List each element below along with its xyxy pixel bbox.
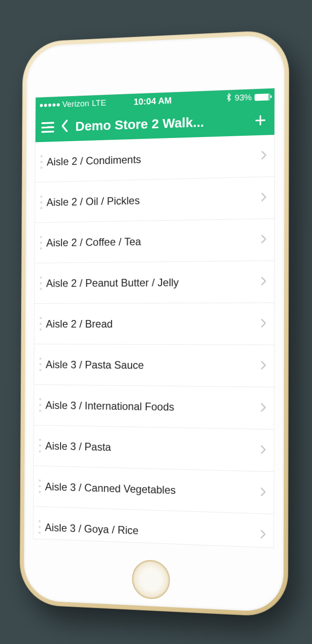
screen: Verizon LTE 10:04 AM 93% xyxy=(33,88,274,547)
phone-frame: Verizon LTE 10:04 AM 93% xyxy=(19,29,289,617)
carrier-label: Verizon xyxy=(62,98,89,109)
drag-handle-icon[interactable] xyxy=(38,195,46,209)
list-item[interactable]: Aisle 3 / Pasta xyxy=(34,425,274,472)
battery-icon xyxy=(254,93,269,100)
chevron-right-icon xyxy=(259,529,266,541)
list-item[interactable]: Aisle 3 / International Foods xyxy=(34,385,273,430)
list-item-label: Aisle 2 / Condiments xyxy=(47,149,261,168)
phone-bezel: Verizon LTE 10:04 AM 93% xyxy=(23,34,284,612)
drag-handle-icon[interactable] xyxy=(37,357,45,371)
aisle-list[interactable]: Aisle 2 / Condiments Aisle 2 / Oil / Pic… xyxy=(33,134,274,547)
drag-handle-icon[interactable] xyxy=(38,235,46,249)
drag-handle-icon[interactable] xyxy=(38,276,46,290)
signal-strength-icon xyxy=(40,103,59,107)
drag-handle-icon[interactable] xyxy=(37,479,45,493)
menu-button[interactable] xyxy=(41,122,54,133)
back-button[interactable] xyxy=(61,119,68,134)
drag-handle-icon[interactable] xyxy=(38,317,46,330)
list-item-label: Aisle 3 / Canned Vegetables xyxy=(45,480,260,499)
bluetooth-icon xyxy=(225,92,232,104)
list-item-label: Aisle 3 / Goya / Rice xyxy=(44,521,259,541)
list-item-label: Aisle 2 / Peanut Butter / Jelly xyxy=(46,275,260,289)
list-item-label: Aisle 3 / Pasta xyxy=(45,439,260,456)
list-item[interactable]: Aisle 3 / Pasta Sauce xyxy=(34,344,274,387)
drag-handle-icon[interactable] xyxy=(37,398,45,412)
chevron-right-icon xyxy=(260,486,266,498)
chevron-right-icon xyxy=(260,318,266,329)
network-label: LTE xyxy=(92,98,106,108)
list-item-label: Aisle 3 / International Foods xyxy=(45,399,260,414)
battery-percent: 93% xyxy=(234,92,251,103)
list-item[interactable]: Aisle 2 / Bread xyxy=(34,303,274,345)
drag-handle-icon[interactable] xyxy=(39,155,47,169)
chevron-right-icon xyxy=(260,444,266,456)
add-button[interactable]: + xyxy=(253,110,268,130)
chevron-right-icon xyxy=(260,275,267,288)
list-item[interactable]: Aisle 2 / Coffee / Tea xyxy=(35,218,274,263)
chevron-right-icon xyxy=(260,360,266,372)
list-item[interactable]: Aisle 2 / Peanut Butter / Jelly xyxy=(35,261,274,303)
drag-handle-icon[interactable] xyxy=(36,520,44,534)
list-item-label: Aisle 2 / Bread xyxy=(46,317,260,330)
list-item-label: Aisle 3 / Pasta Sauce xyxy=(45,358,260,372)
list-item-label: Aisle 2 / Oil / Pickles xyxy=(46,191,260,209)
page-title: Demo Store 2 Walk... xyxy=(75,113,245,134)
list-item[interactable]: Aisle 3 / Canned Vegetables xyxy=(33,466,273,514)
list-item[interactable]: Aisle 2 / Condiments xyxy=(35,134,274,182)
chevron-right-icon xyxy=(260,150,267,162)
drag-handle-icon[interactable] xyxy=(37,439,45,453)
chevron-right-icon xyxy=(260,234,267,246)
list-item[interactable]: Aisle 2 / Oil / Pickles xyxy=(35,177,274,223)
chevron-right-icon xyxy=(260,402,266,414)
list-item-label: Aisle 2 / Coffee / Tea xyxy=(46,233,260,249)
chevron-right-icon xyxy=(260,191,267,204)
